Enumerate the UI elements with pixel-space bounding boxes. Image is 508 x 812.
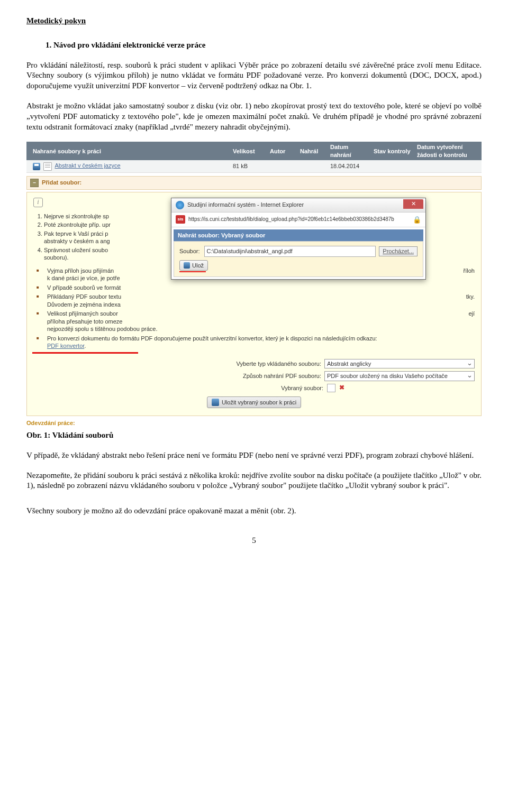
hdr-size: Velikost bbox=[230, 147, 267, 155]
close-icon[interactable]: ✕ bbox=[403, 199, 423, 209]
cell-date: 18.04.2014 bbox=[327, 162, 370, 170]
modal-titlebar[interactable]: Studijní informační systém - Internet Ex… bbox=[171, 198, 425, 213]
page-number: 5 bbox=[26, 536, 482, 546]
paragraph-4: Nezapomeňte, že přidání souboru k práci … bbox=[26, 470, 482, 492]
sis-badge-icon: sis bbox=[176, 215, 185, 224]
file-icon[interactable] bbox=[327, 384, 335, 392]
browse-button[interactable]: Procházet... bbox=[379, 246, 418, 256]
figure-caption: Obr. 1: Vkládání souborů bbox=[26, 430, 482, 441]
list-item: Vyjma příloh jsou přijímánřílohk dané pr… bbox=[44, 267, 475, 282]
file-name-link[interactable]: Abstrakt v českém jazyce bbox=[55, 162, 121, 169]
doc-icon[interactable] bbox=[43, 162, 52, 171]
section-title: Metodický pokyn bbox=[26, 16, 482, 26]
paragraph-3: V případě, že vkládaný abstrakt nebo řeš… bbox=[26, 450, 482, 461]
files-table-header: Nahrané soubory k práci Velikost Autor N… bbox=[26, 142, 482, 160]
add-file-label: Přidat soubor: bbox=[42, 179, 81, 187]
upload-file-button[interactable]: Uložit vybraný soubor k práci bbox=[207, 396, 301, 409]
paragraph-2: Abstrakt je možno vkládat jako samostatn… bbox=[26, 101, 482, 132]
hdr-title: Nahrané soubory k práci bbox=[30, 147, 230, 155]
upload-method-label: Způsob nahrání PDF souboru: bbox=[243, 372, 321, 380]
help-icon[interactable]: i bbox=[33, 198, 43, 207]
list-item: Pro konverzi dokumentu do formátu PDF do… bbox=[44, 335, 475, 350]
save-icon bbox=[212, 399, 219, 406]
info-bullets: Vyjma příloh jsou přijímánřílohk dané pr… bbox=[33, 267, 475, 350]
file-type-select[interactable]: Abstrakt anglicky bbox=[324, 359, 475, 369]
modal-address-bar: sis https://is.cuni.cz/teststud/lib/dial… bbox=[171, 213, 425, 227]
modal-blue-bar: Nahrát soubor: Vybraný soubor bbox=[174, 229, 423, 242]
list-item: V případě souborů ve formát bbox=[44, 284, 475, 292]
modal-url[interactable]: https://is.cuni.cz/teststud/lib/dialog_u… bbox=[188, 216, 410, 223]
submission-section-header: Odevzdání práce: bbox=[26, 419, 482, 427]
hdr-check-state: Stav kontroly bbox=[370, 147, 414, 155]
add-file-header[interactable]: – Přidat soubor: bbox=[26, 176, 482, 190]
ie-icon bbox=[176, 201, 184, 209]
list-item: Velikost přijímaných souborejípříloha př… bbox=[44, 310, 475, 333]
hdr-author: Autor bbox=[267, 147, 297, 155]
paragraph-1: Pro vkládání náležitostí, resp. souborů … bbox=[26, 60, 482, 91]
table-row: Abstrakt v českém jazyce 81 kB 18.04.201… bbox=[26, 160, 482, 172]
remove-icon[interactable]: ✖ bbox=[338, 384, 346, 392]
save-icon[interactable] bbox=[33, 163, 40, 170]
cell-size: 81 kB bbox=[230, 162, 267, 170]
hdr-uploaded-by: Nahrál bbox=[297, 147, 327, 155]
add-file-panel: i Nejprve si zkontrolujte sp Poté zkontr… bbox=[26, 192, 482, 417]
red-highlight bbox=[32, 352, 138, 354]
file-type-label: Vyberte typ vkládaného souboru: bbox=[237, 360, 321, 368]
subsection-title: 1. Návod pro vkládání elektronické verze… bbox=[46, 40, 482, 51]
list-item: Přikládaný PDF soubor textutky.Důvodem j… bbox=[44, 293, 475, 308]
collapse-icon[interactable]: – bbox=[30, 179, 39, 187]
pdf-convertor-link[interactable]: PDF konvertor bbox=[47, 343, 84, 349]
screenshot: Nahrané soubory k práci Velikost Autor N… bbox=[26, 142, 482, 427]
file-path-input[interactable]: C:\Data\studijni\abstrakt_angl.pdf bbox=[204, 246, 376, 257]
upload-method-select[interactable]: PDF soubor uložený na disku Vašeho počít… bbox=[324, 371, 475, 381]
hdr-date-upload: Datum nahrání bbox=[327, 143, 370, 159]
file-label: Soubor: bbox=[179, 247, 200, 255]
paragraph-5: Všechny soubory je možno až do odevzdání… bbox=[26, 506, 482, 516]
hdr-request-date: Datum vytvoření žádosti o kontrolu bbox=[414, 143, 478, 159]
lock-icon: 🔒 bbox=[413, 215, 421, 224]
selected-file-label: Vybraný soubor: bbox=[281, 384, 323, 392]
upload-file-label: Uložit vybraný soubor k práci bbox=[222, 399, 296, 407]
modal-title: Studijní informační systém - Internet Ex… bbox=[187, 201, 304, 209]
